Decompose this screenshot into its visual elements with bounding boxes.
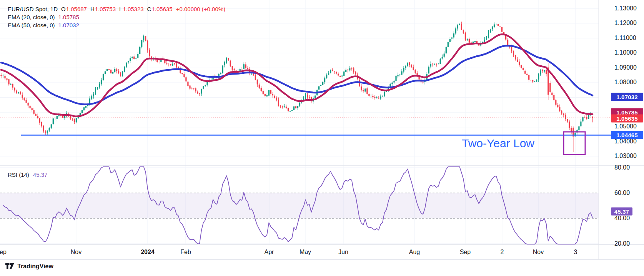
- price-axis-label: 1.09000: [614, 64, 637, 71]
- rsi-axis-label: 80.00: [614, 164, 630, 171]
- rsi-value-badge: 45.37: [611, 208, 632, 216]
- chart-canvas[interactable]: [0, 0, 644, 260]
- ohlc-open: O1.05687: [61, 6, 87, 12]
- symbol-legend-row[interactable]: EUR/USD Spot, 1D O1.05687 H1.05753 L1.05…: [8, 5, 225, 13]
- time-axis-label: 2024: [141, 249, 155, 256]
- tradingview-chart-window: EUR/USD Spot, 1D O1.05687 H1.05753 L1.05…: [0, 0, 644, 276]
- time-axis-label: 2: [501, 249, 504, 256]
- rsi-band: [0, 193, 599, 218]
- chart-legend: EUR/USD Spot, 1D O1.05687 H1.05753 L1.05…: [8, 5, 225, 29]
- price-axis-label: 1.04000: [614, 138, 637, 145]
- ema50-label: EMA (50, close, 0): [8, 22, 55, 28]
- rsi-axis-label: 60.00: [614, 190, 630, 196]
- ohlc-close: C1.05635: [147, 6, 173, 12]
- ohlc-low: L1.05323: [119, 6, 144, 12]
- price-axis-label: 1.03000: [614, 153, 637, 160]
- ohlc-high: H1.05753: [90, 6, 116, 12]
- time-axis[interactable]: epNov2024FebAprMayJunAugSep2Nov3: [0, 245, 599, 259]
- tradingview-logo[interactable]: TradingView: [5, 263, 53, 270]
- time-axis-label: Apr: [265, 249, 274, 256]
- tradingview-logo-icon: [5, 263, 14, 269]
- time-axis-label: May: [300, 249, 311, 256]
- candle-bodies-down: [0, 24, 593, 137]
- time-axis-label: Sep: [460, 249, 471, 256]
- time-axis-label: 3: [574, 249, 577, 256]
- price-axis-label: 1.10000: [614, 49, 637, 56]
- price-axis-label: 1.13000: [614, 5, 637, 12]
- price-scale[interactable]: 1.130001.120001.110001.100001.090001.080…: [599, 0, 644, 259]
- ema20-legend-row[interactable]: EMA (20, close, 0) 1.05785: [8, 13, 225, 21]
- time-axis-label: Aug: [409, 249, 420, 256]
- tradingview-logo-text: TradingView: [17, 263, 53, 270]
- price-axis-label: 1.12000: [614, 20, 637, 27]
- candle-wicks-up: [3, 22, 591, 137]
- ema20-label: EMA (20, close, 0): [8, 14, 55, 20]
- ema50-line[interactable]: [1, 46, 592, 105]
- rsi-legend-row[interactable]: RSI (14) 45.37: [8, 171, 47, 178]
- rsi-label: RSI (14): [8, 171, 29, 178]
- time-axis-label: ep: [0, 249, 7, 256]
- candle-bodies-up: [2, 24, 591, 136]
- price-axis-label: 1.05000: [614, 123, 637, 130]
- symbol-title: EUR/USD Spot, 1D: [8, 6, 58, 12]
- rsi-axis-label: 40.00: [614, 215, 630, 222]
- ema20-value: 1.05785: [58, 14, 79, 20]
- time-axis-label: Nov: [71, 249, 82, 256]
- time-axis-label: Jun: [338, 249, 348, 256]
- price-axis-label: 1.11000: [614, 35, 636, 42]
- price-axis-label: 1.08000: [614, 79, 637, 86]
- two-year-low-annotation[interactable]: Two-Year Low: [462, 137, 534, 150]
- rsi-value: 45.37: [33, 171, 48, 178]
- ema50-value: 1.07032: [58, 22, 79, 28]
- price-change: +0.00000 (+0.00%): [176, 6, 225, 12]
- candle-wicks-down: [1, 22, 592, 152]
- ema50-badge: 1.07032: [611, 93, 643, 101]
- support-level-badge: 1.04465: [611, 131, 643, 139]
- time-axis-label: Nov: [533, 249, 544, 256]
- last-price-badge: 1.05635: [611, 115, 643, 123]
- time-axis-label: Feb: [180, 249, 191, 256]
- ema50-legend-row[interactable]: EMA (50, close, 0) 1.07032: [8, 21, 225, 29]
- rsi-axis-label: 20.00: [614, 240, 630, 247]
